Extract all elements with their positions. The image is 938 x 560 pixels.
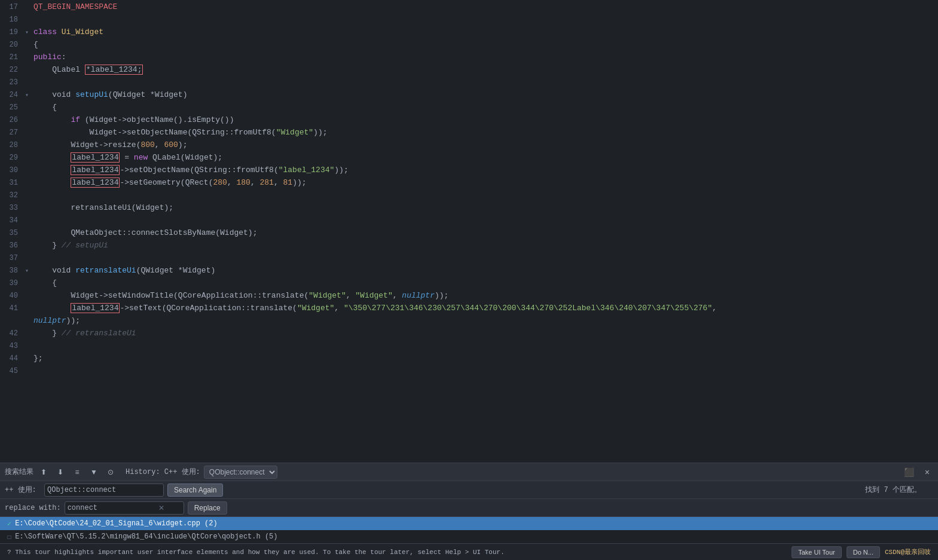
search-again-button[interactable]: Search Again [167, 484, 223, 497]
code-line: 42 } // retranslateUi [0, 328, 938, 340]
code-content: Widget->setWindowTitle(QCoreApplication:… [33, 290, 938, 302]
tour-text: ? This tour highlights important user in… [7, 549, 787, 556]
do-not-button[interactable]: Do N... [847, 546, 880, 558]
replace-input[interactable] [68, 504, 157, 512]
code-line: 32 [0, 189, 938, 202]
line-number: 22 [0, 64, 25, 76]
code-line: 31 label_1234->setGeometry(QRect(280, 18… [0, 177, 938, 189]
fold-arrow [25, 290, 33, 302]
filter-icon-btn[interactable]: ▼ [87, 466, 100, 479]
code-content: QLabel *label_1234; [33, 64, 938, 76]
fold-arrow [25, 102, 33, 114]
expand-panel-btn[interactable]: ⬛ [900, 466, 918, 478]
fold-arrow [25, 353, 33, 365]
code-line: 29 label_1234 = new QLabel(Widget); [0, 152, 938, 164]
search-prefix-label: ++ 使用: [5, 485, 41, 495]
status-bar: ? This tour highlights important user in… [0, 543, 938, 560]
line-number: 35 [0, 227, 25, 239]
fold-arrow [25, 115, 33, 127]
result-item[interactable]: ☐E:\SoftWare\QT\5.15.2\mingw81_64\includ… [0, 530, 938, 543]
code-line: 45 [0, 365, 938, 378]
search-again-row: ++ 使用: Search Again 找到 7 个匹配。 [0, 481, 938, 499]
result-uncheck-icon: ☐ [7, 533, 11, 541]
search-toolbar: 搜索结果 ⬆ ⬇ ≡ ▼ ⊙ History: C++ 使用: QObject:… [0, 463, 938, 481]
close-panel-btn[interactable]: × [921, 466, 933, 478]
list-icon-btn[interactable]: ≡ [71, 466, 84, 479]
fold-arrow[interactable]: ▾ [25, 90, 33, 102]
code-content: void setupUi(QWidget *Widget) [33, 89, 938, 101]
fold-arrow [25, 2, 33, 14]
line-number [0, 315, 25, 327]
fold-arrow [25, 278, 33, 290]
line-number: 34 [0, 215, 25, 227]
line-number: 38 [0, 265, 25, 277]
line-number: 28 [0, 139, 25, 151]
code-line: 17 QT_BEGIN_NAMESPACE [0, 1, 938, 14]
code-content: label_1234->setObjectName(QString::fromU… [33, 164, 938, 176]
fold-arrow[interactable]: ▾ [25, 265, 33, 277]
line-number: 43 [0, 340, 25, 352]
fold-arrow [25, 14, 33, 26]
fold-arrow [25, 52, 33, 64]
line-number: 31 [0, 177, 25, 189]
replace-button[interactable]: Replace [188, 501, 227, 515]
scrollbar[interactable] [930, 0, 938, 463]
fold-arrow [25, 203, 33, 215]
fold-arrow [25, 316, 33, 328]
history-select[interactable]: QObject::connect [204, 466, 277, 479]
code-line: 35 QMetaObject::connectSlotsByName(Widge… [0, 227, 938, 240]
code-content: nullptr)); [33, 315, 938, 327]
code-content: class Ui_Widget [33, 26, 938, 38]
search-input[interactable] [47, 486, 137, 494]
code-editor: 17 QT_BEGIN_NAMESPACE18 19▾class Ui_Widg… [0, 0, 938, 463]
code-content: Widget->resize(800, 600); [33, 139, 938, 151]
code-line: 19▾class Ui_Widget [0, 26, 938, 39]
fold-arrow[interactable]: ▾ [25, 27, 33, 39]
line-number: 41 [0, 302, 25, 314]
line-number: 27 [0, 127, 25, 139]
fold-arrow [25, 140, 33, 152]
code-lines: 17 QT_BEGIN_NAMESPACE18 19▾class Ui_Widg… [0, 0, 938, 378]
line-number: 44 [0, 353, 25, 365]
fold-arrow [25, 165, 33, 177]
fold-arrow [25, 215, 33, 227]
code-line: 33 retranslateUi(Widget); [0, 202, 938, 215]
clear-replace-btn[interactable]: ✕ [157, 504, 166, 512]
line-number: 21 [0, 51, 25, 63]
fold-arrow [25, 178, 33, 189]
search-input-wrapper [44, 484, 164, 497]
line-number: 29 [0, 152, 25, 164]
code-line: 40 Widget->setWindowTitle(QCoreApplicati… [0, 290, 938, 302]
search-panel: 搜索结果 ⬆ ⬇ ≡ ▼ ⊙ History: C++ 使用: QObject:… [0, 463, 938, 543]
code-content: Widget->setObjectName(QString::fromUtf8(… [33, 127, 938, 139]
result-check-icon: ✓ [7, 519, 11, 528]
fold-arrow [25, 341, 33, 353]
target-icon-btn[interactable]: ⊙ [104, 466, 117, 479]
code-line: 41 label_1234->setText(QCoreApplication:… [0, 302, 938, 315]
code-content: label_1234->setText(QCoreApplication::tr… [33, 302, 938, 314]
code-line: 23 [0, 76, 938, 89]
line-number: 37 [0, 252, 25, 264]
code-line: 22 QLabel *label_1234; [0, 64, 938, 76]
replace-label: replace with: [5, 504, 61, 512]
line-number: 23 [0, 76, 25, 88]
result-item[interactable]: ✓E:\Code\QtCode\24_02_01_Signal_6\widget… [0, 517, 938, 530]
code-content: public: [33, 51, 938, 63]
match-count: 找到 7 个匹配。 [865, 485, 933, 495]
replace-input-wrapper: ✕ [65, 501, 184, 515]
code-line: 34 [0, 215, 938, 227]
code-line: 28 Widget->resize(800, 600); [0, 139, 938, 152]
sort-down-icon-btn[interactable]: ⬇ [54, 466, 67, 479]
line-number: 36 [0, 240, 25, 252]
sort-icon-btn[interactable]: ⬆ [37, 466, 50, 479]
code-line: 38▾ void retranslateUi(QWidget *Widget) [0, 265, 938, 277]
code-content: QMetaObject::connectSlotsByName(Widget); [33, 227, 938, 239]
code-content: { [33, 39, 938, 51]
fold-arrow [25, 152, 33, 164]
code-content: } // setupUi [33, 240, 938, 252]
fold-arrow [25, 65, 33, 76]
take-ui-tour-button[interactable]: Take UI Tour [792, 546, 842, 558]
code-line: nullptr)); [0, 315, 938, 328]
brand-label: CSDN@最亲回吱 [885, 547, 931, 556]
line-number: 32 [0, 189, 25, 201]
